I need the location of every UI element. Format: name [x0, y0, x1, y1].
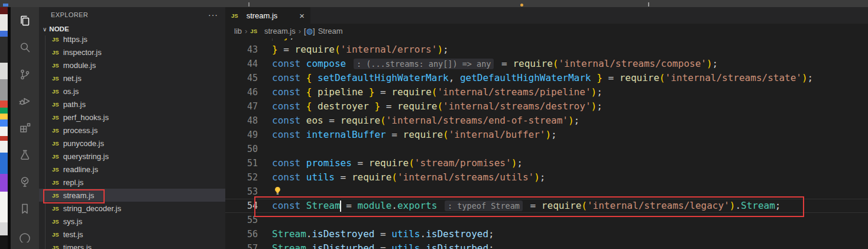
code-line-42[interactable]: 42 }, [225, 38, 868, 43]
toolbar-fragment-tick [248, 2, 250, 7]
code-line-51[interactable]: 51const promises = require('stream/promi… [225, 156, 868, 170]
line-number: 50 [225, 142, 258, 156]
browser-toolbar-strip [0, 0, 868, 7]
js-file-icon: JS [52, 114, 59, 121]
code-text [258, 185, 282, 199]
file-name-label: https.js [63, 35, 88, 44]
extensions-icon[interactable] [11, 115, 39, 141]
chevron-right-icon: › [245, 27, 247, 35]
files-icon[interactable] [11, 7, 39, 34]
code-text: } = require('internal/errors'); [258, 43, 449, 57]
desktop-segment [0, 114, 8, 119]
sidebar-item-stream-js[interactable]: JSstream.js [39, 189, 225, 202]
desktop-segment [0, 63, 8, 79]
code-line-57[interactable]: 57Stream.isDisturbed = utils.isDisturbed… [225, 241, 868, 249]
file-name-label: sys.js [63, 217, 83, 226]
toolbar-fragment-orange-dot [520, 4, 523, 7]
desktop-segment [0, 222, 8, 235]
vscode-window: EXPLORER ··· ∨ NODE JShttps.jsJSinspecto… [0, 0, 868, 249]
toolbar-fragment-dots [648, 2, 649, 7]
sidebar-item-timers-js[interactable]: JStimers.js [39, 241, 225, 249]
activity-bar [11, 7, 39, 249]
js-file-icon: JS [231, 12, 238, 19]
code-text: const promises = require('stream/promise… [258, 156, 523, 170]
folder-section-label: NODE [49, 25, 69, 33]
sidebar-item-readline-js[interactable]: JSreadline.js [39, 163, 225, 176]
code-text: }, [258, 38, 295, 43]
sidebar-item-module-js[interactable]: JSmodule.js [39, 59, 225, 72]
sidebar-item-punycode-js[interactable]: JSpunycode.js [39, 137, 225, 150]
code-text: Stream.isDestroyed = utils.isDestroyed; [258, 227, 494, 241]
breadcrumb-item-lib[interactable]: lib [234, 27, 242, 35]
code-line-53[interactable]: 53 [225, 185, 868, 199]
breadcrumb-item-file[interactable]: stream.js [264, 27, 296, 35]
js-file-icon: JS [52, 88, 59, 95]
sidebar-item-https-js[interactable]: JShttps.js [39, 35, 225, 46]
code-editor[interactable]: 42 },43} = require('internal/errors');44… [225, 38, 868, 249]
code-line-45[interactable]: 45const { setDefaultHighWaterMark, getDe… [225, 71, 868, 85]
code-line-44[interactable]: 44const compose : (...streams: any[]) =>… [225, 57, 868, 71]
sidebar-item-process-js[interactable]: JSprocess.js [39, 124, 225, 137]
editor-group: JS stream.js × lib › JS stream.js › [◍] … [225, 7, 868, 249]
more-actions-icon[interactable]: ··· [208, 10, 218, 20]
code-line-54[interactable]: 54const Stream = module.exports : typeof… [225, 199, 868, 213]
sidebar-item-test-js[interactable]: JStest.js [39, 228, 225, 241]
sidebar-item-path-js[interactable]: JSpath.js [39, 98, 225, 111]
close-icon[interactable]: × [299, 11, 305, 20]
inlay-hint: : typeof Stream [445, 201, 523, 211]
code-line-48[interactable]: 48const eos = require('internal/streams/… [225, 114, 868, 128]
sidebar-item-inspector-js[interactable]: JSinspector.js [39, 46, 225, 59]
breadcrumb-item-symbol[interactable]: Stream [318, 27, 343, 35]
file-name-label: inspector.js [63, 48, 102, 57]
account-partial-icon[interactable] [11, 222, 39, 249]
folder-section-node[interactable]: ∨ NODE [39, 22, 225, 35]
code-text: const utils = require('internal/streams/… [258, 170, 545, 185]
desktop-segment [0, 136, 8, 141]
tab-stream-js[interactable]: JS stream.js × [225, 7, 310, 24]
code-line-50[interactable]: 50 [225, 142, 868, 156]
code-text: Stream.isDisturbed = utils.isDisturbed; [258, 241, 494, 249]
run-debug-icon[interactable] [11, 88, 39, 114]
code-line-46[interactable]: 46const { pipeline } = require('internal… [225, 85, 868, 99]
code-text: const { setDefaultHighWaterMark, getDefa… [258, 71, 813, 85]
sidebar-item-repl-js[interactable]: JSrepl.js [39, 176, 225, 189]
desktop-segment [0, 14, 8, 31]
sidebar-item-perf-hooks-js[interactable]: JSperf_hooks.js [39, 111, 225, 124]
symbol-class-icon: [◍] [304, 27, 315, 35]
file-name-label: repl.js [63, 178, 84, 187]
toolbar-fragment-blue [3, 4, 8, 7]
lightbulb-icon[interactable] [273, 185, 282, 199]
code-line-49[interactable]: 49const internalBuffer = require('intern… [225, 128, 868, 142]
code-line-56[interactable]: 56Stream.isDestroyed = utils.isDestroyed… [225, 227, 868, 241]
desktop-segment [0, 119, 8, 127]
chevron-down-icon: ∨ [43, 26, 47, 33]
js-file-icon: JS [52, 101, 59, 108]
file-name-label: readline.js [63, 165, 98, 174]
bookmarks-icon[interactable] [11, 195, 39, 222]
tab-label: stream.js [247, 11, 278, 20]
code-line-47[interactable]: 47const { destroyer } = require('interna… [225, 99, 868, 114]
code-line-43[interactable]: 43} = require('internal/errors'); [225, 43, 868, 57]
todo-tree-icon[interactable] [11, 169, 39, 195]
js-file-icon: JS [52, 140, 59, 147]
line-number: 48 [225, 114, 258, 128]
js-file-icon: JS [250, 28, 257, 34]
js-file-icon: JS [52, 75, 59, 82]
sidebar-item-sys-js[interactable]: JSsys.js [39, 215, 225, 228]
sidebar-item-string-decoder-js[interactable]: JSstring_decoder.js [39, 202, 225, 215]
code-line-52[interactable]: 52const utils = require('internal/stream… [225, 170, 868, 185]
testing-beaker-icon[interactable] [11, 141, 39, 168]
line-number: 46 [225, 85, 258, 99]
js-file-icon: JS [52, 62, 59, 69]
source-control-icon[interactable] [11, 61, 39, 88]
line-number: 49 [225, 128, 258, 142]
desktop-segment [0, 79, 8, 101]
sidebar-item-os-js[interactable]: JSos.js [39, 85, 225, 98]
search-icon[interactable] [11, 34, 39, 60]
line-number: 56 [225, 227, 258, 241]
file-name-label: module.js [63, 61, 96, 70]
code-line-55[interactable]: 55 [225, 213, 868, 227]
sidebar-item-net-js[interactable]: JSnet.js [39, 72, 225, 85]
sidebar-item-querystring-js[interactable]: JSquerystring.js [39, 150, 225, 163]
file-name-label: process.js [63, 126, 98, 135]
